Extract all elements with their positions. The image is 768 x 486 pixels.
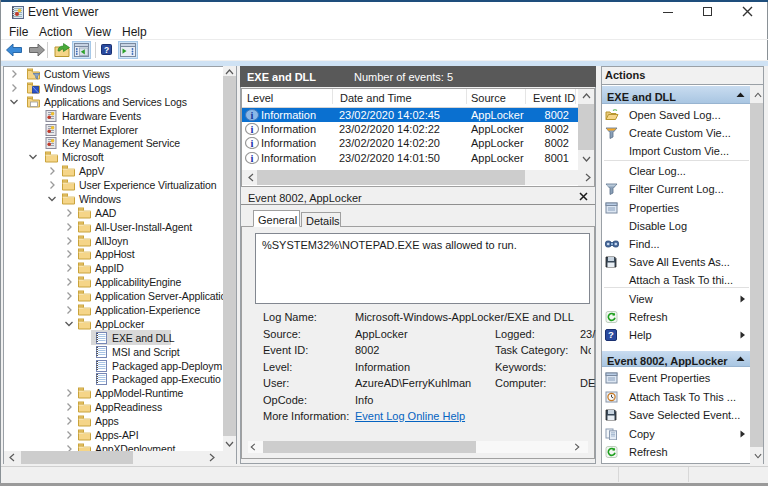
svg-text:?: ? <box>104 45 109 55</box>
svg-text:?: ? <box>608 329 614 340</box>
svg-text:i: i <box>251 124 254 135</box>
svg-text:i: i <box>251 138 254 149</box>
svg-text:i: i <box>251 152 254 163</box>
svg-text:i: i <box>251 109 254 120</box>
